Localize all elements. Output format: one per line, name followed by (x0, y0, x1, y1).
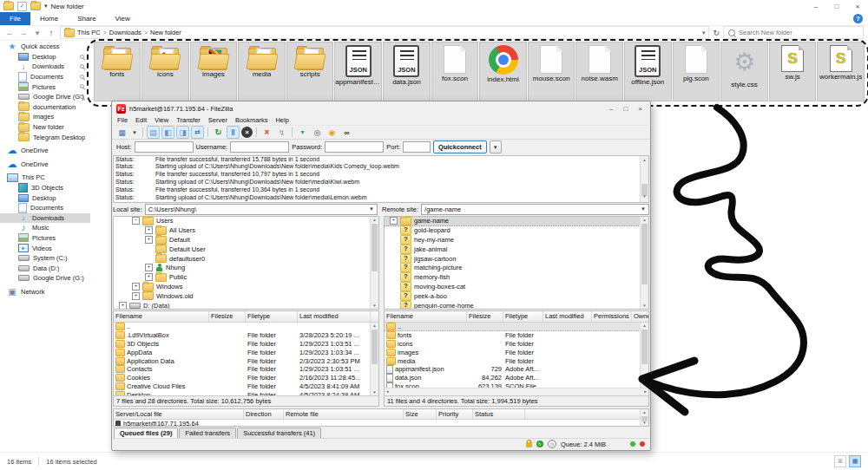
quick-access-toolbar-check-icon[interactable]: ✓ (17, 2, 27, 11)
sidebar-item-videos[interactable]: Videos (0, 243, 90, 253)
remote-site-select[interactable]: /game-name ▼ (421, 204, 649, 215)
breadcrumb-segment-this-pc[interactable]: This PC (77, 29, 101, 36)
column-header-size[interactable]: Size (404, 409, 437, 419)
column-header-owner-group[interactable]: Owner/Group (632, 311, 649, 322)
quickconnect-button[interactable]: Quickconnect (433, 140, 487, 153)
file-item-scripts[interactable]: scripts (286, 42, 334, 101)
toolbar-find-icon[interactable] (340, 126, 353, 139)
log-scrollbar[interactable] (640, 156, 648, 202)
column-header-filename[interactable]: Filename (114, 311, 209, 322)
sidebar-item-downloads[interactable]: Downloads (0, 213, 90, 224)
file-item-appmanifest-json[interactable]: appmanifest.json (334, 42, 382, 101)
sidebar-item-music[interactable]: Music (0, 223, 90, 233)
qat-customize-caret-icon[interactable]: ▾ (44, 3, 48, 10)
sidebar-item-images[interactable]: images (0, 112, 90, 122)
local-file-ld9virtualbox[interactable]: .Ld9VirtualBoxFile folder3/28/2023 5:20:… (114, 330, 378, 339)
sidebar-item-system-c[interactable]: System (C:) (0, 253, 90, 264)
quickconnect-dropdown-caret-icon[interactable]: ▼ (490, 140, 502, 153)
file-item-style-css[interactable]: ⚙style.css (720, 42, 768, 101)
file-item-sw-js[interactable]: sw.js (769, 42, 817, 101)
column-header-last-modified[interactable]: Last modified (543, 311, 592, 322)
column-header-filetype[interactable]: Filetype (246, 311, 298, 322)
remote-file-item[interactable]: .. (385, 323, 648, 331)
remote-horizontal-scrollbar[interactable]: ◄► (385, 388, 648, 395)
local-file-contacts[interactable]: ContactsFile folder1/29/2023 1:03:51 ... (114, 365, 378, 374)
column-header-filesize[interactable]: Filesize (209, 311, 246, 322)
toolbar-caret-icon[interactable] (130, 126, 139, 139)
toolbar-filter-icon[interactable] (296, 126, 309, 139)
column-header-last-modified[interactable]: Last modified (298, 311, 371, 322)
local-tree-item-public[interactable]: +Public (114, 272, 378, 282)
remote-tree-item-hey-my-name[interactable]: +hey-my-name (385, 235, 648, 245)
column-header-server-local-file[interactable]: Server/Local file (114, 409, 244, 419)
toolbar-reconnect-icon[interactable] (275, 126, 288, 139)
forward-icon[interactable]: → (18, 29, 29, 37)
column-header-remote-file[interactable]: Remote file (284, 409, 404, 419)
up-icon[interactable]: ↑ (46, 29, 56, 37)
toolbar-remote-icon[interactable] (176, 126, 189, 139)
file-item-pig-scon[interactable]: pig.scon (673, 42, 720, 101)
local-file-list[interactable]: FilenameFilesizeFiletypeLast modified ..… (113, 310, 379, 407)
local-tree-item-default-user[interactable]: +Default User (114, 245, 378, 254)
local-tree-item-users[interactable]: −Users (114, 217, 378, 226)
remote-tree-item-matching-picture[interactable]: +matching-picture (385, 264, 648, 273)
file-item-media[interactable]: media (238, 42, 286, 101)
sidebar-item-3d-objects[interactable]: 3D Objects (0, 183, 90, 193)
menu-view[interactable]: View (155, 116, 168, 124)
list-scrollbar[interactable] (640, 323, 648, 388)
tree-expander-icon[interactable]: + (145, 226, 153, 234)
local-tree-item-d-data[interactable]: +D: (Data) (114, 301, 378, 310)
file-item-offline-json[interactable]: offline.json (624, 42, 672, 101)
toolbar-process-icon[interactable] (227, 126, 240, 139)
tab-failed-transfers[interactable]: Failed transfers (179, 428, 236, 438)
column-header-status[interactable]: Status (473, 409, 525, 419)
tree-expander-icon[interactable]: + (390, 217, 398, 225)
remote-file-media[interactable]: mediaFile folder (385, 356, 648, 365)
recent-locations-caret-icon[interactable]: ▾ (32, 29, 43, 37)
close-button[interactable]: × (847, 0, 868, 12)
local-tree-item-default[interactable]: +Default (114, 235, 378, 245)
tree-expander-icon[interactable]: + (119, 302, 127, 310)
sidebar-item-this-pc[interactable]: This PC (0, 173, 90, 183)
local-file-application-data[interactable]: Application DataFile folder2/3/2023 2:30… (114, 356, 378, 365)
local-tree-item-defaultuser0[interactable]: +defaultuser0 (114, 254, 378, 264)
sidebar-item-new-folder[interactable]: New folder (0, 122, 90, 133)
list-scrollbar[interactable] (370, 323, 378, 395)
remote-file-data-json[interactable]: data.json84,262Adobe Aft... (385, 374, 648, 382)
local-file-3d-objects[interactable]: 3D ObjectsFile folder1/29/2023 1:03:51 .… (114, 339, 378, 348)
column-header-priority[interactable]: Priority (437, 409, 473, 419)
queue-server-row[interactable]: h5market@167.71.195.64 (114, 420, 648, 428)
minimize-button[interactable]: – (806, 0, 826, 12)
remote-file-appmanifest-json[interactable]: appmanifest.json729Adobe Aft... (385, 365, 648, 374)
local-directory-tree[interactable]: −Users+All Users+Default+Default User+de… (113, 216, 379, 310)
remote-file-fonts[interactable]: fontsFile folder (385, 330, 648, 339)
remote-tree-item-jigsaw-cartoon[interactable]: +jigsaw-cartoon (385, 254, 648, 264)
tree-expander-icon[interactable]: − (132, 217, 140, 225)
sidebar-item-telegram-desktop[interactable]: Telegram Desktop (0, 132, 90, 142)
local-file-cookies[interactable]: CookiesFile folder2/16/2023 11:28:45... (114, 374, 378, 382)
file-item-fonts[interactable]: fonts (94, 42, 141, 101)
sidebar-item-downloads[interactable]: Downloads (0, 62, 90, 72)
address-dropdown-caret-icon[interactable]: ▾ (702, 29, 706, 36)
file-item-fox-scon[interactable]: fox.scon (431, 42, 479, 101)
tree-expander-icon[interactable]: + (145, 264, 153, 271)
toolbar-sync-icon[interactable] (326, 126, 339, 139)
toolbar-disconnect-icon[interactable] (260, 126, 273, 139)
message-log[interactable]: Status:File transfer successful, transfe… (113, 155, 649, 203)
remote-file-icons[interactable]: iconsFile folder (385, 339, 648, 348)
tab-queued-files-29[interactable]: Queued files (29) (114, 428, 178, 438)
menu-help[interactable]: Help (275, 116, 288, 124)
toolbar-log-icon[interactable] (147, 126, 160, 139)
tree-scrollbar[interactable] (640, 217, 648, 309)
local-site-select[interactable]: C:\Users\Nhung\ ▼ (145, 204, 378, 215)
menu-edit[interactable]: Edit (135, 116, 147, 124)
sidebar-item-quick-access[interactable]: Quick access (0, 42, 90, 52)
sidebar-item-pictures[interactable]: Pictures (0, 82, 90, 92)
menu-bookmarks[interactable]: Bookmarks (235, 116, 268, 124)
sidebar-item-desktop[interactable]: Desktop (0, 193, 90, 203)
local-file-creative-cloud-files[interactable]: Creative Cloud FilesFile folder4/5/2023 … (114, 382, 378, 391)
file-item-noise-wasm[interactable]: noise.wasm (575, 42, 623, 101)
sidebar-item-network[interactable]: Network (0, 287, 90, 297)
file-item-index-html[interactable]: index.html (479, 42, 527, 101)
remote-tree-item-game-name[interactable]: +game-name (385, 217, 648, 226)
